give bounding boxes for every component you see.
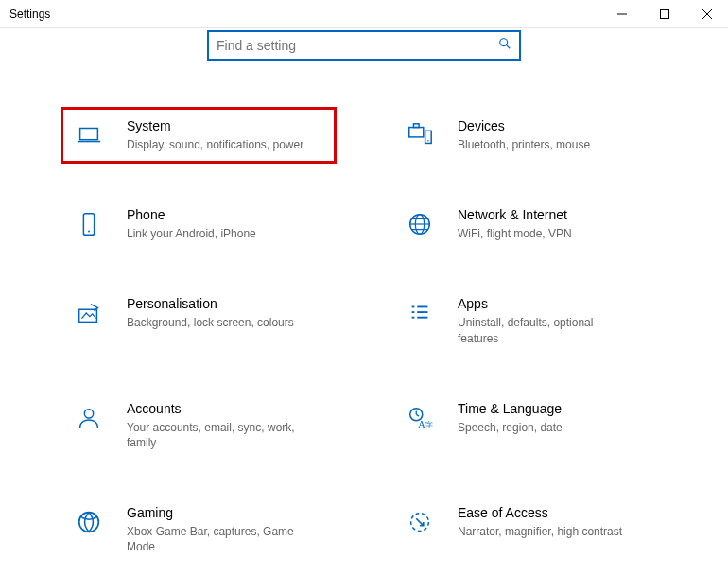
svg-rect-1 bbox=[660, 9, 668, 18]
tile-desc: Display, sound, notifications, power bbox=[127, 137, 303, 152]
paint-icon bbox=[72, 296, 106, 330]
apps-icon bbox=[403, 296, 437, 330]
svg-rect-6 bbox=[80, 129, 98, 140]
tile-title: Phone bbox=[127, 207, 256, 222]
devices-icon bbox=[403, 118, 437, 152]
content: System Display, sound, notifications, po… bbox=[0, 30, 728, 561]
svg-point-13 bbox=[88, 231, 90, 233]
search-wrap bbox=[0, 30, 728, 61]
tile-title: Personalisation bbox=[127, 296, 294, 311]
tile-time[interactable]: A字 Time & Language Speech, region, date bbox=[397, 395, 662, 456]
tile-gaming[interactable]: Gaming Xbox Game Bar, captures, Game Mod… bbox=[66, 499, 331, 560]
tile-title: Network & Internet bbox=[458, 207, 572, 222]
tile-title: Devices bbox=[458, 118, 590, 133]
laptop-icon bbox=[72, 118, 106, 152]
tile-network[interactable]: Network & Internet WiFi, flight mode, VP… bbox=[397, 201, 662, 247]
tile-phone[interactable]: Phone Link your Android, iPhone bbox=[66, 201, 331, 247]
maximize-button[interactable] bbox=[643, 0, 685, 28]
window-controls bbox=[600, 0, 728, 28]
tile-title: Ease of Access bbox=[458, 505, 622, 520]
search-box[interactable] bbox=[207, 30, 521, 61]
svg-rect-8 bbox=[409, 128, 424, 137]
tile-personalisation[interactable]: Personalisation Background, lock screen,… bbox=[66, 290, 331, 351]
svg-point-11 bbox=[427, 140, 429, 142]
close-button[interactable] bbox=[685, 0, 728, 28]
tile-desc: Link your Android, iPhone bbox=[127, 226, 256, 241]
search-icon bbox=[498, 37, 511, 54]
gaming-icon bbox=[72, 505, 106, 539]
svg-line-29 bbox=[416, 414, 419, 416]
tile-system[interactable]: System Display, sound, notifications, po… bbox=[66, 113, 331, 158]
search-input[interactable] bbox=[217, 38, 498, 53]
tile-desc: Narrator, magnifier, high contrast bbox=[458, 524, 622, 539]
tile-devices[interactable]: Devices Bluetooth, printers, mouse bbox=[397, 113, 662, 158]
tile-title: Gaming bbox=[127, 505, 306, 520]
time-language-icon: A字 bbox=[403, 401, 437, 435]
svg-rect-10 bbox=[425, 131, 432, 143]
minimize-icon bbox=[617, 9, 627, 19]
tile-apps[interactable]: Apps Uninstall, defaults, optional featu… bbox=[397, 290, 662, 351]
tile-ease[interactable]: Ease of Access Narrator, magnifier, high… bbox=[397, 499, 662, 560]
settings-grid: System Display, sound, notifications, po… bbox=[0, 113, 728, 561]
tile-desc: Background, lock screen, colours bbox=[127, 315, 294, 330]
globe-icon bbox=[403, 207, 437, 241]
tile-desc: Xbox Game Bar, captures, Game Mode bbox=[127, 524, 306, 554]
tile-desc: WiFi, flight mode, VPN bbox=[458, 226, 572, 241]
svg-text:字: 字 bbox=[425, 420, 433, 429]
svg-point-4 bbox=[500, 39, 508, 46]
phone-icon bbox=[72, 207, 106, 241]
tile-desc: Your accounts, email, sync, work, family bbox=[127, 420, 306, 450]
tile-accounts[interactable]: Accounts Your accounts, email, sync, wor… bbox=[66, 395, 331, 456]
ease-access-icon bbox=[403, 505, 437, 539]
svg-line-5 bbox=[507, 45, 511, 49]
tile-desc: Bluetooth, printers, mouse bbox=[458, 137, 590, 152]
tile-title: Accounts bbox=[127, 401, 306, 416]
close-icon bbox=[702, 9, 712, 19]
svg-rect-9 bbox=[413, 124, 419, 128]
tile-desc: Uninstall, defaults, optional features bbox=[458, 315, 637, 345]
tile-title: Apps bbox=[458, 296, 637, 311]
person-icon bbox=[72, 401, 106, 435]
titlebar: Settings bbox=[0, 0, 728, 28]
svg-point-26 bbox=[84, 409, 93, 417]
tile-title: Time & Language bbox=[458, 401, 563, 416]
svg-point-32 bbox=[79, 513, 99, 532]
tile-title: System bbox=[127, 118, 303, 133]
window-title: Settings bbox=[9, 8, 50, 21]
tile-desc: Speech, region, date bbox=[458, 420, 563, 435]
minimize-button[interactable] bbox=[600, 0, 643, 28]
maximize-icon bbox=[660, 9, 669, 19]
